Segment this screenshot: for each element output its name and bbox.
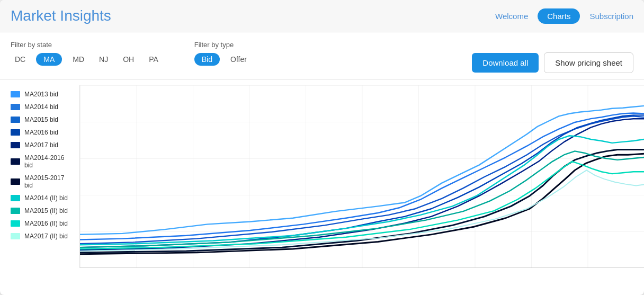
nav-charts[interactable]: Charts — [538, 8, 580, 24]
state-md[interactable]: MD — [68, 53, 88, 66]
legend-label-ma2013: MA2013 bid — [24, 91, 58, 98]
legend-color-ma2017 — [11, 142, 20, 148]
legend-label-ma2015: MA2015 bid — [24, 116, 58, 123]
legend-label-ma2016: MA2016 bid — [24, 129, 58, 136]
app-logo: Market Insights — [11, 7, 111, 24]
logo-text-market: Market — [11, 7, 60, 24]
chart-section: MA2013 bid MA2014 bid MA2015 bid MA2016 … — [0, 80, 644, 268]
legend-ma2014-2016: MA2014-2016 bid — [11, 154, 74, 169]
state-filter-label: Filter by state — [11, 41, 163, 49]
state-nj[interactable]: NJ — [95, 53, 112, 66]
filters-bar: Filter by state DC MA MD NJ OH PA Filter… — [0, 32, 644, 80]
legend-ma2013: MA2013 bid — [11, 91, 74, 98]
legend-color-ma2016-ii — [11, 220, 20, 227]
state-oh[interactable]: OH — [119, 53, 138, 66]
legend-color-ma2014-2016 — [11, 158, 20, 165]
legend-label-ma2017: MA2017 bid — [24, 141, 58, 149]
download-all-button[interactable]: Download all — [472, 53, 539, 73]
state-ma[interactable]: MA — [36, 53, 62, 66]
legend-color-ma2014 — [11, 104, 20, 110]
legend-label-ma2016-ii: MA2016 (II) bid — [24, 220, 68, 227]
legend-ma2015-2017: MA2015-2017 bid — [11, 174, 74, 189]
state-dc[interactable]: DC — [11, 53, 30, 66]
legend-color-ma2015-ii — [11, 208, 20, 214]
state-filter-group: Filter by state DC MA MD NJ OH PA — [11, 41, 163, 66]
legend-label-ma2015-2017: MA2015-2017 bid — [24, 174, 74, 189]
legend-color-ma2013 — [11, 91, 20, 97]
legend-color-ma2014-ii — [11, 195, 20, 201]
chart-svg — [80, 85, 644, 268]
legend-ma2017: MA2017 bid — [11, 141, 74, 149]
legend-ma2014-ii: MA2014 (II) bid — [11, 194, 74, 202]
nav-subscription[interactable]: Subscription — [589, 12, 633, 21]
logo-text-insights: Insights — [60, 7, 111, 24]
state-pa[interactable]: PA — [145, 53, 163, 66]
type-options: Bid Offer — [194, 53, 251, 66]
legend-label-ma2017-ii: MA2017 (II) bid — [24, 233, 68, 240]
legend-label-ma2014: MA2014 bid — [24, 103, 58, 111]
legend-ma2017-ii: MA2017 (II) bid — [11, 233, 74, 240]
legend-ma2014: MA2014 bid — [11, 103, 74, 111]
chart-legend: MA2013 bid MA2014 bid MA2015 bid MA2016 … — [0, 85, 79, 268]
legend-ma2016-ii: MA2016 (II) bid — [11, 220, 74, 227]
legend-ma2015-ii: MA2015 (II) bid — [11, 207, 74, 214]
type-filter-label: Filter by type — [194, 41, 251, 49]
legend-ma2015: MA2015 bid — [11, 116, 74, 123]
legend-ma2016: MA2016 bid — [11, 129, 74, 136]
app-window: Market Insights Welcome Charts Subscript… — [0, 0, 644, 295]
legend-label-ma2015-ii: MA2015 (II) bid — [24, 207, 68, 214]
legend-label-ma2014-ii: MA2014 (II) bid — [24, 194, 68, 202]
show-pricing-button[interactable]: Show pricing sheet — [544, 52, 633, 73]
nav-welcome[interactable]: Welcome — [495, 12, 528, 21]
legend-color-ma2016 — [11, 129, 20, 136]
type-bid[interactable]: Bid — [194, 53, 220, 66]
chart-area — [79, 85, 644, 268]
type-filter-group: Filter by type Bid Offer — [194, 41, 251, 66]
type-offer[interactable]: Offer — [226, 53, 251, 66]
legend-color-ma2015 — [11, 117, 20, 123]
nav-bar: Welcome Charts Subscription — [495, 8, 633, 24]
legend-label-ma2014-2016: MA2014-2016 bid — [24, 154, 74, 169]
legend-color-ma2015-2017 — [11, 178, 20, 185]
header: Market Insights Welcome Charts Subscript… — [0, 0, 644, 32]
legend-color-ma2017-ii — [11, 233, 20, 239]
state-options: DC MA MD NJ OH PA — [11, 53, 163, 66]
